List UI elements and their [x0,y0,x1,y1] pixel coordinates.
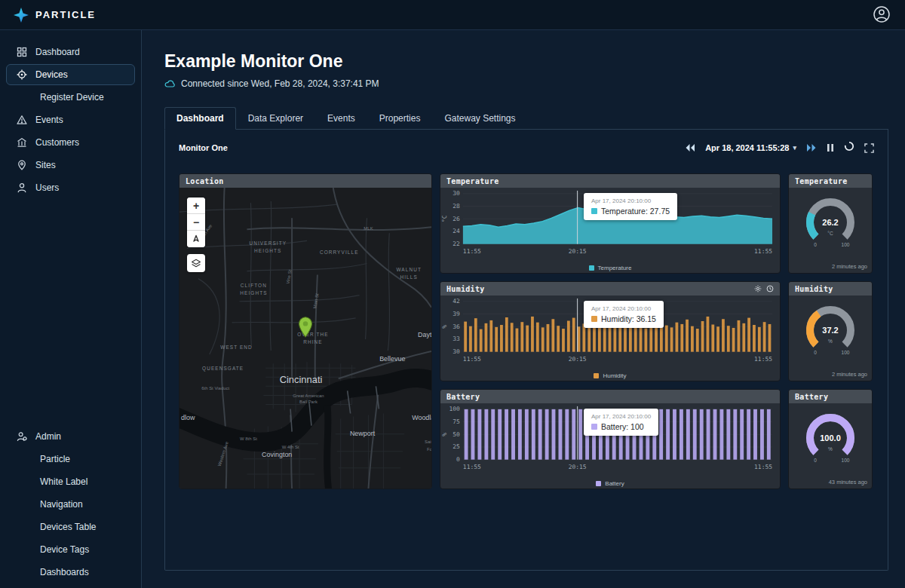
legend-label: Temperature [598,265,632,271]
user-avatar-button[interactable] [872,5,891,25]
series-color-swatch [591,208,597,214]
svg-text:%: % [441,433,448,436]
battery-chart-card: Battery Apr 17, 2024 20:10:00 Battery: 1… [440,389,781,489]
skip-forward-button[interactable] [806,143,817,152]
sidebar-item-devices-table[interactable]: Devices Table [6,516,135,537]
svg-text:%: % [441,325,448,329]
sidebar-item-label: Customers [35,137,79,148]
sites-icon [17,160,27,170]
map-layers-button[interactable] [187,254,205,272]
map-compass-button[interactable] [187,231,205,247]
svg-text:Cincinnati: Cincinnati [280,374,323,385]
svg-text:Fo: Fo [427,447,431,452]
svg-text:100: 100 [842,242,850,247]
sidebar-item-label: Register Device [40,92,104,103]
skip-back-button[interactable] [685,143,695,152]
sidebar-item-label: Events [35,115,63,125]
tab-data-explorer[interactable]: Data Explorer [236,107,315,130]
battery-chart[interactable]: Apr 17, 2024 20:10:00 Battery: 100 Batte… [440,403,780,488]
svg-text:37.2: 37.2 [822,326,838,335]
svg-text:11:55: 11:55 [463,464,481,470]
sidebar-item-navigation[interactable]: Navigation [6,494,135,515]
temperature-chart[interactable]: Apr 17, 2024 20:10:00 Temperature: 27.75… [440,188,780,273]
admin-icon [17,431,27,442]
card-title: Humidity [446,285,485,293]
sidebar-item-events[interactable]: Events [6,109,135,130]
temperature-gauge-card: Temperature 26.2°C0100 2 minutes ago [788,173,873,274]
humidity-gauge-card: Humidity 37.2%0100 2 minutes ago [788,281,873,381]
temperature-gauge: 26.2°C0100 2 minutes ago [789,188,872,273]
sidebar-item-sites[interactable]: Sites [6,155,135,176]
svg-text:Sair: Sair [425,439,431,444]
svg-text:Newport: Newport [350,430,376,437]
brand[interactable]: PARTICLE [14,8,96,23]
card-title: Temperature [446,177,499,185]
sidebar-item-devices[interactable]: Devices [6,64,135,85]
location-card-title: Location [186,177,224,185]
sidebar-item-label: Dashboards [40,567,89,577]
sidebar-item-label: Device Tags [40,544,89,555]
layers-icon [191,258,201,268]
tab-properties[interactable]: Properties [367,107,433,130]
page-title: Example Monitor One [164,51,888,72]
map-zoom-out-button[interactable]: − [187,214,205,231]
map-zoom-in-button[interactable]: + [187,198,205,214]
time-controls: Apr 18, 2024 11:55:28 ▾ [685,141,874,155]
card-title: Battery [446,393,480,401]
tab-gateway-settings[interactable]: Gateway Settings [432,107,527,130]
sidebar-item-dashboard[interactable]: Dashboard [6,41,135,63]
timestamp-dropdown[interactable]: Apr 18, 2024 11:55:28 ▾ [705,143,796,152]
tab-dashboard[interactable]: Dashboard [164,107,236,130]
svg-text:CORRYVILLE: CORRYVILLE [320,250,359,255]
svg-text:22: 22 [452,240,460,247]
svg-text:20:15: 20:15 [569,356,587,363]
sidebar-item-register-device[interactable]: Register Device [6,87,135,108]
tooltip-value: Battery: 100 [591,422,651,431]
map-container[interactable]: UNIVERSITYHEIGHTSCORRYVILLECLIFTONHEIGHT… [179,188,431,488]
tab-events[interactable]: Events [315,107,367,130]
series-color-swatch [591,316,597,322]
sidebar-item-customers[interactable]: Customers [6,132,135,153]
sidebar-item-label: Admin [35,431,61,442]
pause-button[interactable] [827,143,834,152]
panel-toolbar: Monitor One Apr 18, 2024 11:55:28 ▾ [179,140,874,155]
sidebar-item-dashboards[interactable]: Dashboards [6,562,135,583]
svg-text:26: 26 [452,216,460,222]
svg-text:100: 100 [449,406,461,412]
card-header: Battery [440,390,780,403]
card-title: Humidity [795,285,833,293]
tooltip-value: Humidity: 36.15 [591,314,656,323]
svg-text:°C: °C [441,215,448,222]
svg-text:75: 75 [452,418,460,425]
chart-legend: Humidity [440,372,780,379]
chart-tooltip: Apr 17, 2024 20:10:00 Battery: 100 [584,409,658,436]
sidebar-item-white-label[interactable]: White Label [6,471,135,492]
tooltip-date: Apr 17, 2024 20:10:00 [591,198,670,204]
sidebar-item-users[interactable]: Users [6,177,135,198]
humidity-chart[interactable]: Apr 17, 2024 20:10:00 Humidity: 36.15 Hu… [440,296,780,381]
svg-text:QUEENSGATE: QUEENSGATE [202,366,244,372]
map-canvas[interactable]: UNIVERSITYHEIGHTSCORRYVILLECLIFTONHEIGHT… [179,188,431,488]
brand-name: PARTICLE [35,9,96,20]
svg-text:0: 0 [814,458,817,463]
map-zoom-controls: + − [187,198,205,247]
fullscreen-button[interactable] [864,143,874,153]
gear-icon[interactable] [754,285,762,292]
svg-text:6th St Viaduct: 6th St Viaduct [201,386,229,390]
svg-text:%: % [828,338,833,344]
skip-back-icon [685,143,695,152]
svg-text:Woodlaw: Woodlaw [412,413,431,421]
svg-text:MLK: MLK [364,226,373,231]
svg-text:26.2: 26.2 [822,218,838,227]
sidebar-item-particle[interactable]: Particle [6,449,135,470]
monitor-name: Monitor One [179,143,228,152]
sidebar-item-label: Dashboard [35,47,80,57]
clock-icon[interactable] [766,285,774,292]
svg-text:11:55: 11:55 [754,248,772,255]
sidebar-item-label: Sites [35,160,56,170]
sidebar-item-device-tags[interactable]: Device Tags [6,539,135,560]
svg-text:Ball Park: Ball Park [299,400,318,404]
cloud-icon [164,79,176,88]
humidity-chart-card: Humidity Apr 17, 2024 20:10:00 [440,281,781,381]
sidebar-item-admin[interactable]: Admin [6,426,135,447]
